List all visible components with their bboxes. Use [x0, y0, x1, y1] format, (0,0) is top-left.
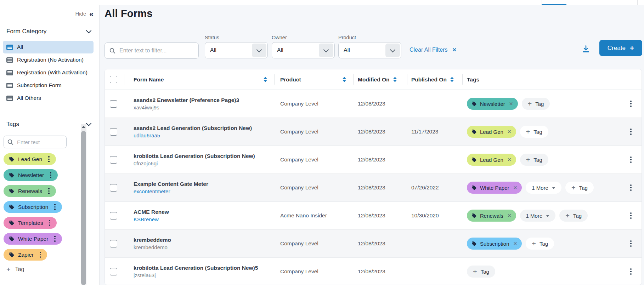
tag-search-input[interactable]	[16, 139, 60, 146]
sidebar-tag-white-paper[interactable]: White Paper	[4, 233, 62, 245]
tag-options-kebab-icon[interactable]	[39, 251, 42, 259]
form-name[interactable]: krobilotta Lead Generation (Subscription…	[134, 265, 258, 271]
scroll-up-arrow-icon[interactable]	[82, 126, 85, 128]
tag-icon	[471, 185, 477, 190]
sidebar-tag-subscription[interactable]: Subscription	[4, 201, 62, 213]
row-checkbox[interactable]	[110, 184, 117, 192]
sidebar-tag-renewals[interactable]: Renewals	[4, 185, 56, 197]
form-id-link[interactable]: excontentmeter	[134, 188, 170, 194]
sort-icon[interactable]	[343, 77, 346, 82]
add-tag-button[interactable]: + Tag	[526, 238, 554, 250]
sort-icon[interactable]	[450, 77, 454, 82]
row-checkbox[interactable]	[110, 156, 117, 164]
column-label: Tags	[467, 76, 479, 83]
sidebar-item-label: Subscription Form	[17, 82, 62, 89]
row-checkbox[interactable]	[110, 100, 117, 108]
column-header-published-on[interactable]: Published On	[407, 69, 462, 90]
hide-sidebar-button[interactable]: Hide «	[0, 5, 99, 17]
row-actions-kebab-icon[interactable]	[629, 99, 633, 108]
owner-dropdown[interactable]: All	[272, 42, 335, 58]
remove-tag-icon[interactable]: ✕	[513, 185, 518, 190]
select-all-checkbox[interactable]	[110, 76, 117, 83]
create-button[interactable]: Create +	[599, 40, 642, 56]
tag-options-kebab-icon[interactable]	[53, 203, 57, 211]
row-actions-kebab-icon[interactable]	[629, 239, 633, 248]
tag-options-kebab-icon[interactable]	[47, 187, 51, 195]
scrollbar-thumb[interactable]	[81, 131, 86, 285]
sidebar-tag-newsletter[interactable]: Newsletter	[4, 169, 58, 181]
row-actions-kebab-icon[interactable]	[629, 183, 633, 192]
row-checkbox[interactable]	[110, 128, 117, 136]
download-icon-button[interactable]	[581, 44, 591, 56]
tag-options-kebab-icon[interactable]	[53, 235, 57, 243]
row-actions-kebab-icon[interactable]	[629, 155, 633, 164]
sidebar-item-label: All	[17, 44, 23, 50]
plus-icon: +	[526, 129, 530, 135]
clear-all-filters-button[interactable]: Clear All Filters ✕	[409, 47, 457, 53]
collapse-double-chevron-icon: «	[89, 11, 94, 17]
modified-on-cell: 12/08/2023	[353, 90, 407, 118]
row-actions-kebab-icon[interactable]	[629, 267, 633, 276]
sidebar-item-all[interactable]: All	[3, 41, 94, 53]
column-header-product[interactable]: Product	[274, 69, 353, 90]
list-icon	[6, 70, 13, 75]
dropdown-button[interactable]	[385, 44, 400, 57]
remove-tag-icon[interactable]: ✕	[513, 241, 518, 246]
tag-icon	[471, 241, 477, 246]
sort-icon[interactable]	[393, 77, 397, 82]
status-dropdown[interactable]: All	[205, 42, 268, 58]
tab-divider	[637, 0, 638, 5]
dropdown-button[interactable]	[252, 44, 266, 57]
row-actions-kebab-icon[interactable]	[629, 127, 633, 136]
more-tags-dropdown[interactable]: 1 More	[520, 210, 556, 222]
sidebar-tag-templates[interactable]: Templates	[4, 217, 57, 229]
form-id: krembeddemo	[134, 244, 168, 250]
add-tag-button[interactable]: + Tag	[559, 210, 588, 222]
sidebar-scrollbar[interactable]	[81, 124, 86, 285]
form-name[interactable]: asands2 Lead Generation (Subscription Ne…	[134, 125, 252, 131]
form-id-link[interactable]: KSBrenew	[134, 216, 159, 222]
remove-tag-icon[interactable]: ✕	[509, 101, 513, 107]
row-checkbox[interactable]	[110, 240, 117, 247]
add-tag-button[interactable]: + Tag	[522, 98, 550, 110]
add-tag-button[interactable]: + Tag	[520, 154, 548, 166]
sidebar-item-all-others[interactable]: All Others	[3, 92, 94, 104]
remove-tag-icon[interactable]: ✕	[507, 129, 512, 135]
row-actions-kebab-icon[interactable]	[629, 211, 633, 220]
form-name[interactable]: Example Content Gate Meter	[134, 181, 208, 187]
add-tag-button[interactable]: + Tag	[467, 266, 495, 278]
form-name[interactable]: asands2 Enewsletter (Preference Page)3	[134, 97, 239, 103]
add-tag-button[interactable]: + Tag	[520, 126, 548, 138]
remove-tag-icon[interactable]: ✕	[507, 213, 512, 218]
column-header-modified-on[interactable]: Modified On	[353, 69, 407, 90]
sidebar-item-registration-no-activation[interactable]: Registration (No Activation)	[3, 53, 94, 66]
sidebar-tag-zapier[interactable]: Zapier	[4, 249, 47, 261]
tag-options-kebab-icon[interactable]	[47, 155, 51, 163]
column-label: Form Name	[134, 76, 164, 83]
form-category-header[interactable]: Form Category	[0, 28, 99, 35]
sort-icon[interactable]	[264, 77, 267, 82]
form-name[interactable]: ACME Renew	[134, 209, 169, 215]
table-row: Example Content Gate Meter excontentmete…	[105, 174, 642, 202]
filter-search-input[interactable]	[119, 47, 198, 54]
remove-tag-icon[interactable]: ✕	[507, 157, 512, 163]
product-dropdown[interactable]: All	[338, 42, 401, 58]
published-on-cell: 10/30/2020	[407, 202, 462, 229]
more-tags-dropdown[interactable]: 1 More	[526, 182, 561, 194]
sidebar-item-registration-with-activation[interactable]: Registration (With Activation)	[3, 66, 94, 79]
add-tag-label: Tag	[573, 213, 582, 219]
form-id-link[interactable]: udlau6raa5	[134, 132, 160, 138]
dropdown-button[interactable]	[319, 44, 333, 57]
form-name[interactable]: krembeddemo	[134, 237, 171, 243]
row-checkbox[interactable]	[110, 212, 117, 220]
tag-options-kebab-icon[interactable]	[48, 219, 52, 227]
column-header-form-name[interactable]: Form Name	[124, 69, 274, 90]
sidebar-item-subscription-form[interactable]: Subscription Form	[3, 79, 94, 92]
form-name[interactable]: krobilotta Lead Generation (Subscription…	[134, 153, 255, 159]
add-tag-button[interactable]: + Tag	[565, 182, 594, 194]
tag-options-kebab-icon[interactable]	[49, 171, 52, 179]
row-checkbox[interactable]	[110, 268, 117, 275]
published-on-cell: 11/17/2023	[407, 118, 462, 146]
sidebar-item-label: Registration (With Activation)	[17, 69, 87, 76]
sidebar-tag-lead-gen[interactable]: Lead Gen	[4, 153, 56, 165]
